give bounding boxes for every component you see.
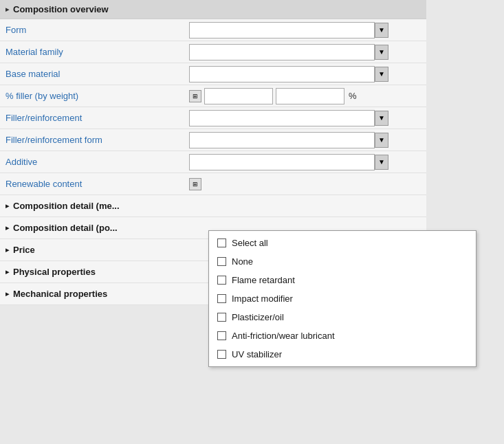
mechanical-properties-arrow: ▸ — [6, 290, 9, 298]
filler-max-input[interactable] — [276, 88, 344, 104]
material-family-dropdown-arrow[interactable]: ▼ — [375, 45, 388, 60]
popup-label-plasticizer-oil: Plasticizer/oil — [232, 312, 284, 322]
additive-field — [189, 154, 375, 170]
section-title: Composition overview — [13, 4, 109, 14]
filler-reinforcement-form-arrow[interactable]: ▼ — [375, 133, 388, 148]
base-material-row: Base material ▼ — [0, 63, 426, 85]
base-material-label: Base material — [0, 66, 189, 82]
composition-overview-header[interactable]: ▸ Composition overview — [0, 0, 426, 19]
filler-reinforcement-field — [189, 110, 375, 126]
popup-checkbox-select-all[interactable] — [217, 238, 226, 247]
form-control: ▼ — [189, 22, 426, 38]
form-dropdown-arrow[interactable]: ▼ — [375, 23, 388, 38]
renewable-content-icon[interactable]: ⊞ — [189, 178, 201, 190]
filler-reinforcement-arrow[interactable]: ▼ — [375, 111, 388, 126]
popup-label-impact-modifier: Impact modifier — [232, 293, 293, 304]
composition-detail-me-label: Composition detail (me... — [13, 201, 120, 211]
renewable-content-control: ⊞ — [189, 178, 426, 190]
filler-weight-row: % filler (by weight) ⊞ % — [0, 85, 426, 107]
additive-label: Additive — [0, 154, 189, 170]
composition-detail-po-arrow: ▸ — [6, 224, 9, 232]
price-arrow: ▸ — [6, 246, 9, 254]
popup-item-plasticizer-oil[interactable]: Plasticizer/oil — [209, 308, 476, 326]
filler-reinforcement-form-control: ▼ — [189, 132, 426, 148]
popup-checkbox-flame-retardant[interactable] — [217, 276, 226, 285]
popup-item-flame-retardant[interactable]: Flame retardant — [209, 271, 476, 289]
popup-label-flame-retardant: Flame retardant — [232, 275, 295, 285]
filler-icon[interactable]: ⊞ — [189, 90, 201, 102]
popup-checkbox-uv-stabilizer[interactable] — [217, 350, 226, 359]
additive-dropdown-popup: Select all None Flame retardant Impact m… — [208, 230, 476, 367]
popup-checkbox-plasticizer-oil[interactable] — [217, 313, 226, 322]
material-family-control: ▼ — [189, 44, 426, 60]
renewable-content-label: Renewable content — [0, 176, 189, 192]
popup-label-none: None — [232, 256, 253, 267]
popup-checkbox-impact-modifier[interactable] — [217, 294, 226, 303]
additive-row: Additive ▼ — [0, 151, 426, 173]
filler-reinforcement-form-field — [189, 132, 375, 148]
popup-item-anti-friction[interactable]: Anti-friction/wear lubricant — [209, 326, 476, 345]
popup-label-anti-friction: Anti-friction/wear lubricant — [232, 331, 335, 341]
physical-properties-label: Physical properties — [13, 267, 96, 277]
composition-detail-me-arrow: ▸ — [6, 202, 9, 210]
filler-min-input[interactable] — [204, 88, 273, 104]
popup-checkbox-anti-friction[interactable] — [217, 331, 226, 340]
filler-reinforcement-form-label: Filler/reinforcement form — [0, 132, 189, 148]
popup-label-select-all: Select all — [232, 238, 268, 248]
filler-reinforcement-control: ▼ — [189, 110, 426, 126]
physical-properties-arrow: ▸ — [6, 268, 9, 276]
filler-reinforcement-form-row: Filler/reinforcement form ▼ — [0, 129, 426, 151]
price-label: Price — [13, 245, 35, 255]
additive-arrow[interactable]: ▼ — [375, 155, 388, 170]
section-collapse-arrow: ▸ — [6, 5, 9, 13]
filler-reinforcement-label: Filler/reinforcement — [0, 110, 189, 126]
form-label: Form — [0, 22, 189, 38]
composition-detail-me-row[interactable]: ▸ Composition detail (me... — [0, 195, 426, 217]
form-row: Form ▼ — [0, 19, 426, 41]
main-container: ▸ Composition overview Form ▼ Material f… — [0, 0, 426, 305]
mechanical-properties-label: Mechanical properties — [13, 289, 107, 299]
form-dropdown-field — [189, 22, 375, 38]
renewable-content-row: Renewable content ⊞ — [0, 173, 426, 195]
popup-item-impact-modifier[interactable]: Impact modifier — [209, 289, 476, 308]
filler-inputs: ⊞ % — [189, 88, 357, 104]
popup-item-uv-stabilizer[interactable]: UV stabilizer — [209, 345, 476, 364]
percent-label: % — [349, 91, 357, 101]
popup-item-none[interactable]: None — [209, 252, 476, 271]
filler-weight-label: % filler (by weight) — [0, 88, 189, 104]
base-material-dropdown-field — [189, 66, 375, 82]
popup-label-uv-stabilizer: UV stabilizer — [232, 349, 282, 359]
composition-detail-po-label: Composition detail (po... — [13, 223, 118, 233]
additive-control: ▼ — [189, 154, 426, 170]
base-material-control: ▼ — [189, 66, 426, 82]
popup-checkbox-none[interactable] — [217, 257, 226, 266]
popup-select-all[interactable]: Select all — [209, 234, 476, 252]
material-family-label: Material family — [0, 44, 189, 60]
filler-reinforcement-row: Filler/reinforcement ▼ — [0, 107, 426, 129]
filler-weight-control: ⊞ % — [189, 88, 426, 104]
material-family-dropdown-field — [189, 44, 375, 60]
base-material-dropdown-arrow[interactable]: ▼ — [375, 67, 388, 82]
material-family-row: Material family ▼ — [0, 41, 426, 63]
